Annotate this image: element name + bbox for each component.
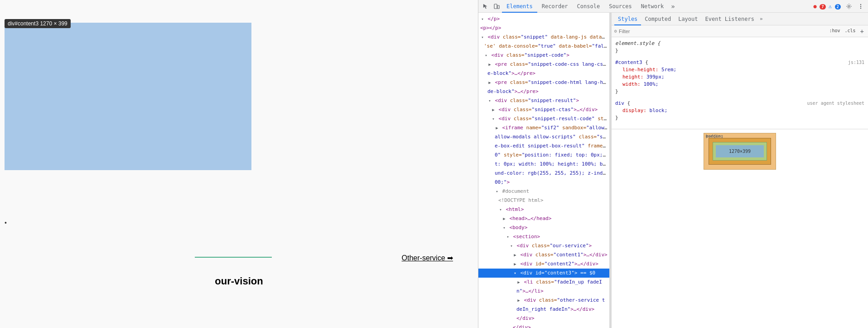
tree-node[interactable]: ▶ <head>…</head> bbox=[478, 214, 609, 223]
more-tabs-button[interactable]: » bbox=[668, 3, 677, 10]
tree-node[interactable]: ▶ <pre class="snippet-code-html lang-htm… bbox=[478, 78, 609, 87]
div-ua-style-rule: div user agent stylesheet { display: blo… bbox=[615, 100, 864, 122]
tree-node[interactable]: ▾ <html> bbox=[478, 205, 609, 214]
tab-console[interactable]: Console bbox=[573, 0, 605, 13]
element-style-selector[interactable]: element.style { bbox=[615, 40, 864, 47]
tree-node[interactable]: de-block">…</pre> bbox=[478, 87, 609, 96]
element-style-rule: element.style { } bbox=[615, 40, 864, 54]
tree-node[interactable]: ▶ <div class="snippet-ctas">…</div> bbox=[478, 105, 609, 114]
more-options-icon[interactable] bbox=[855, 1, 866, 12]
content3-source[interactable]: js:131 bbox=[848, 59, 864, 66]
tree-node[interactable]: <!DOCTYPE html> bbox=[478, 196, 609, 205]
tree-node[interactable]: e-box-edit snippet-box-result" framebord… bbox=[478, 142, 609, 151]
tree-node[interactable]: ▾ <div class="snippet" data-lang-js data… bbox=[478, 33, 609, 42]
prop-line-height[interactable]: line-height: 5rem; bbox=[615, 66, 864, 73]
rule-closing-brace: } bbox=[615, 88, 864, 95]
filter-icon: ⚙ bbox=[614, 29, 617, 34]
prop-display[interactable]: display: block; bbox=[615, 107, 864, 114]
tab-event-listeners[interactable]: Event Listeners bbox=[702, 13, 758, 25]
tree-node[interactable]: ▾ <div class="snippet-result"> bbox=[478, 96, 609, 105]
div-selector: div bbox=[615, 100, 624, 106]
prop-display-val[interactable]: block; bbox=[650, 108, 668, 113]
tree-node[interactable]: ▾ #document bbox=[478, 187, 609, 196]
tab-layout[interactable]: Layout bbox=[675, 13, 701, 25]
tree-node[interactable]: <p></p> bbox=[478, 24, 609, 33]
add-style-rule-button[interactable]: + bbox=[859, 28, 865, 35]
prop-width[interactable]: width: 100%; bbox=[615, 81, 864, 88]
tree-node[interactable]: ▶ <li class="fadeIn_up fadeI bbox=[478, 278, 609, 287]
tree-node[interactable]: 00;"> bbox=[478, 178, 609, 187]
html-tree: ▾ </p> <p></p> ▾ <div class="snippet" da… bbox=[478, 15, 609, 328]
more-styles-tabs[interactable]: » bbox=[758, 16, 765, 22]
tree-node[interactable]: ▾ <div class="our-service"> bbox=[478, 241, 609, 250]
prop-line-height-val[interactable]: 5rem; bbox=[661, 67, 676, 73]
tree-node[interactable]: und-color: rgb(255, 255, 255); z-index: … bbox=[478, 169, 609, 178]
selected-tree-node-content3[interactable]: ▾ <div id="content3"> == $0 bbox=[478, 269, 609, 278]
devtools-panel: Elements Recorder Console Sources Networ… bbox=[478, 0, 868, 328]
tree-node[interactable]: ▾ <section> bbox=[478, 232, 609, 241]
tree-node[interactable]: ▶ <div class="content1">…</div> bbox=[478, 250, 609, 259]
tree-node[interactable]: n">…</li> bbox=[478, 287, 609, 296]
styles-panel: Styles Computed Layout Event Listeners »… bbox=[612, 13, 868, 328]
svg-point-4 bbox=[860, 5, 861, 6]
content3-style-rule: #content3 js:131 { line-height: 5rem; he… bbox=[615, 59, 864, 95]
svg-rect-1 bbox=[497, 5, 499, 9]
box-model-border[interactable]: border padding 1270×399 bbox=[709, 138, 771, 165]
prop-height-name: height: bbox=[615, 74, 643, 80]
error-count-badge[interactable]: ● 7 bbox=[813, 3, 825, 10]
tree-node[interactable]: </div> bbox=[478, 314, 609, 323]
other-service-link[interactable]: Other-service ➡ bbox=[402, 254, 453, 262]
box-model-margin[interactable]: margin border padding 1270×399 bbox=[704, 133, 776, 170]
tree-node[interactable]: ▶ <iframe name="sif2" sandbox="allow-for… bbox=[478, 123, 609, 132]
tree-node[interactable]: ▾ <body> bbox=[478, 223, 609, 232]
warning-count-badge[interactable]: ⚠ 2 bbox=[829, 3, 841, 10]
element-style-closing: } bbox=[615, 47, 864, 54]
filter-hov-badge[interactable]: :hov bbox=[828, 28, 841, 35]
tree-node[interactable]: t: 0px; width: 100%; height: 100%; backg… bbox=[478, 160, 609, 169]
tree-node[interactable]: ▶ <pre class="snippet-code-css lang-css … bbox=[478, 60, 609, 69]
tab-sources[interactable]: Sources bbox=[604, 0, 637, 13]
tree-node[interactable]: 'se' data-console="true" data-babel="fal… bbox=[478, 42, 609, 51]
prop-height-val[interactable]: 399px; bbox=[646, 74, 665, 80]
tree-node[interactable]: ▶ <div class="other-service t bbox=[478, 296, 609, 305]
svg-point-2 bbox=[848, 5, 850, 7]
tree-node[interactable]: ▾ <div class="snippet-result-code" style… bbox=[478, 114, 609, 123]
tab-computed[interactable]: Computed bbox=[641, 13, 675, 25]
box-model-padding-label: padding bbox=[706, 134, 723, 138]
inspect-element-icon[interactable] bbox=[480, 1, 491, 12]
tab-recorder[interactable]: Recorder bbox=[537, 0, 573, 13]
devtools-tabs-bar: Elements Recorder Console Sources Networ… bbox=[478, 0, 868, 13]
filter-cls-badge[interactable]: .cls bbox=[843, 28, 857, 35]
elements-tree-panel[interactable]: ▾ </p> <p></p> ▾ <div class="snippet" da… bbox=[478, 13, 610, 328]
tree-node[interactable]: 0" style="position: fixed; top: 0px; lef bbox=[478, 151, 609, 160]
svg-rect-0 bbox=[494, 4, 497, 9]
tree-node[interactable]: ▾ </p> bbox=[478, 15, 609, 24]
tab-network[interactable]: Network bbox=[637, 0, 669, 13]
warning-badge-count: 2 bbox=[835, 4, 841, 10]
styles-filter-badges: :hov .cls + bbox=[828, 28, 865, 35]
box-model-content[interactable]: 1270×399 bbox=[716, 145, 764, 157]
devtools-main-area: ▾ </p> <p></p> ▾ <div class="snippet" da… bbox=[478, 13, 868, 328]
content3-selector-line[interactable]: #content3 js:131 { bbox=[615, 59, 864, 66]
device-toolbar-icon[interactable] bbox=[491, 1, 502, 12]
styles-filter-input[interactable] bbox=[619, 29, 826, 34]
tree-node[interactable]: </div> bbox=[478, 323, 609, 328]
tab-styles[interactable]: Styles bbox=[614, 13, 641, 25]
box-model-diagram: margin border padding 1270×399 bbox=[704, 133, 776, 170]
settings-icon[interactable] bbox=[844, 1, 854, 12]
prop-width-val[interactable]: 100%; bbox=[643, 81, 658, 87]
tree-node[interactable]: e-block">…</pre> bbox=[478, 69, 609, 78]
tree-node[interactable]: allow-modals allow-scripts" class="snipp bbox=[478, 132, 609, 142]
tree-node[interactable]: ▾ <div class="snippet-code"> bbox=[478, 51, 609, 60]
prop-height[interactable]: height: 399px; bbox=[615, 73, 864, 81]
box-model-padding[interactable]: padding 1270×399 bbox=[713, 142, 767, 161]
div-source[interactable]: user agent stylesheet bbox=[807, 100, 864, 107]
selected-element-highlight bbox=[5, 23, 251, 170]
tree-node[interactable]: ▶ <div id="content2">…</div> bbox=[478, 259, 609, 269]
tree-node[interactable]: deIn_right fadeIn">…</div> bbox=[478, 305, 609, 314]
div-selector-line[interactable]: div user agent stylesheet { bbox=[615, 100, 864, 107]
tab-elements[interactable]: Elements bbox=[502, 0, 537, 13]
element-tooltip: div#content3 1270 × 399 bbox=[5, 19, 71, 28]
styles-filter-bar: ⚙ :hov .cls + bbox=[612, 25, 868, 37]
svg-point-3 bbox=[860, 4, 861, 5]
